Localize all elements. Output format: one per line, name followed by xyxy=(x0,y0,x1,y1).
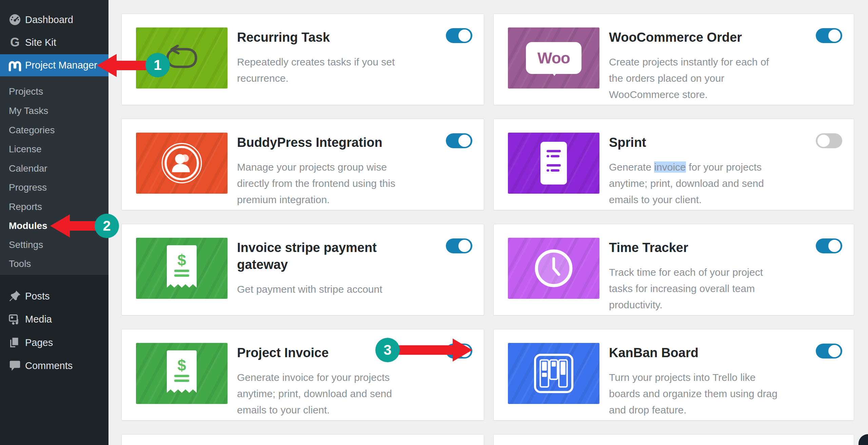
sidebar-item-posts[interactable]: Posts xyxy=(0,285,108,308)
sidebar-item-categories[interactable]: Categories xyxy=(0,121,108,140)
module-toggle[interactable] xyxy=(816,344,842,359)
module-card-partial xyxy=(493,434,854,445)
sidebar-item-settings[interactable]: Settings xyxy=(0,235,108,254)
toggle-knob xyxy=(828,240,841,252)
module-toggle[interactable] xyxy=(446,28,472,43)
module-card-kanban-board: KanBan Board Turn your projects into Tre… xyxy=(493,329,854,421)
module-description: Repeatedly creates tasks if you set recu… xyxy=(237,54,420,86)
module-description: Get payment with stripe account xyxy=(237,281,420,297)
module-card-partial xyxy=(121,434,484,445)
module-card-time-tracker: Time Tracker Track time for each of your… xyxy=(493,224,854,315)
sidebar-item-dashboard[interactable]: Dashboard xyxy=(0,9,108,31)
module-toggle[interactable] xyxy=(816,133,842,148)
sidebar-item-reports[interactable]: Reports xyxy=(0,197,108,216)
module-thumbnail xyxy=(508,343,599,404)
module-thumbnail xyxy=(136,27,228,89)
module-thumbnail: $ xyxy=(136,238,228,299)
sidebar-item-license[interactable]: License xyxy=(0,140,108,159)
toggle-knob xyxy=(828,345,841,357)
module-title: Sprint xyxy=(609,134,799,151)
sidebar-item-label: Posts xyxy=(25,291,50,302)
module-card-recurring-task: Recurring Task Repeatedly creates tasks … xyxy=(121,14,484,105)
sidebar-item-projects[interactable]: Projects xyxy=(0,82,108,101)
sidebar-item-calendar[interactable]: Calendar xyxy=(0,159,108,178)
toggle-knob xyxy=(817,135,830,147)
svg-text:$: $ xyxy=(177,251,186,269)
svg-text:$: $ xyxy=(177,356,186,374)
project-manager-logo-icon xyxy=(7,58,23,73)
sidebar-item-tools[interactable]: Tools xyxy=(0,254,108,273)
media-icon xyxy=(7,312,22,327)
sidebar-item-comments[interactable]: Comments xyxy=(0,354,108,377)
woo-logo: Woo xyxy=(526,42,581,74)
toggle-knob xyxy=(458,135,471,147)
sidebar-item-media[interactable]: Media xyxy=(0,308,108,331)
posts-pin-icon xyxy=(7,289,22,304)
module-title: WooCommerce Order xyxy=(609,29,799,46)
module-description: Generate invoice for your projects anyti… xyxy=(237,369,420,418)
module-description: Create projects instantly for each of th… xyxy=(609,54,778,103)
module-thumbnail xyxy=(508,133,599,194)
sidebar-item-label: Dashboard xyxy=(25,14,73,25)
sidebar-item-label: Pages xyxy=(25,337,53,348)
selected-text: invoice xyxy=(654,161,686,173)
module-description: Generate invoice for your projects anyti… xyxy=(609,159,778,208)
refresh-icon xyxy=(165,45,199,71)
receipt-icon: $ xyxy=(167,350,197,396)
kanban-icon xyxy=(533,353,574,394)
module-toggle[interactable] xyxy=(446,344,472,359)
toggle-knob xyxy=(458,240,471,252)
module-title: Recurring Task xyxy=(237,29,427,46)
module-description: Manage your projects group wise directly… xyxy=(237,159,420,208)
document-list-icon xyxy=(540,142,567,185)
sidebar-item-site-kit[interactable]: G Site Kit xyxy=(0,32,108,53)
module-toggle[interactable] xyxy=(816,28,842,43)
module-toggle[interactable] xyxy=(816,238,842,253)
module-thumbnail: Woo xyxy=(508,27,599,89)
module-card-invoice-stripe-payment-gateway: $ Invoice stripe payment gateway Get pay… xyxy=(121,224,484,315)
clock-icon xyxy=(533,248,574,289)
module-title: Project Invoice xyxy=(237,344,427,361)
toggle-knob xyxy=(458,345,471,357)
sitekit-icon: G xyxy=(7,35,22,50)
sidebar-item-label: Comments xyxy=(25,360,73,371)
module-thumbnail xyxy=(508,238,599,299)
people-icon xyxy=(161,142,203,184)
module-card-project-invoice: $ Project Invoice Generate invoice for y… xyxy=(121,329,484,421)
screen-corner-widget xyxy=(859,434,868,445)
sidebar-item-label: Media xyxy=(25,314,52,325)
sidebar-item-label: Project Manager xyxy=(25,60,97,71)
admin-sidebar: Dashboard G Site Kit Project Manager Pro… xyxy=(0,0,108,445)
toggle-knob xyxy=(828,30,841,42)
module-title: KanBan Board xyxy=(609,344,799,361)
sidebar-item-project-manager[interactable]: Project Manager xyxy=(0,54,108,76)
module-description: Turn your projects into Trello like boar… xyxy=(609,369,778,418)
module-thumbnail xyxy=(136,133,228,194)
sidebar-item-label: Site Kit xyxy=(25,37,56,48)
module-title: Invoice stripe payment gateway xyxy=(237,239,427,273)
toggle-knob xyxy=(458,30,471,42)
sidebar-item-my-tasks[interactable]: My Tasks xyxy=(0,101,108,120)
module-card-buddypress-integration: BuddyPress Integration Manage your proje… xyxy=(121,119,484,210)
sidebar-item-progress[interactable]: Progress xyxy=(0,178,108,197)
receipt-icon: $ xyxy=(167,245,197,291)
comments-icon xyxy=(7,358,22,373)
dashboard-icon xyxy=(7,12,22,27)
module-description: Track time for each of your project task… xyxy=(609,264,778,313)
module-card-woocommerce-order: Woo WooCommerce Order Create projects in… xyxy=(493,14,854,105)
sidebar-item-pages[interactable]: Pages xyxy=(0,331,108,354)
module-title: BuddyPress Integration xyxy=(237,134,427,151)
sidebar-item-modules[interactable]: Modules xyxy=(0,216,108,235)
module-toggle[interactable] xyxy=(446,238,472,253)
module-title: Time Tracker xyxy=(609,239,799,256)
module-toggle[interactable] xyxy=(446,133,472,148)
pages-icon xyxy=(7,335,22,350)
module-card-sprint: Sprint Generate invoice for your project… xyxy=(493,119,854,210)
module-thumbnail: $ xyxy=(136,343,228,404)
